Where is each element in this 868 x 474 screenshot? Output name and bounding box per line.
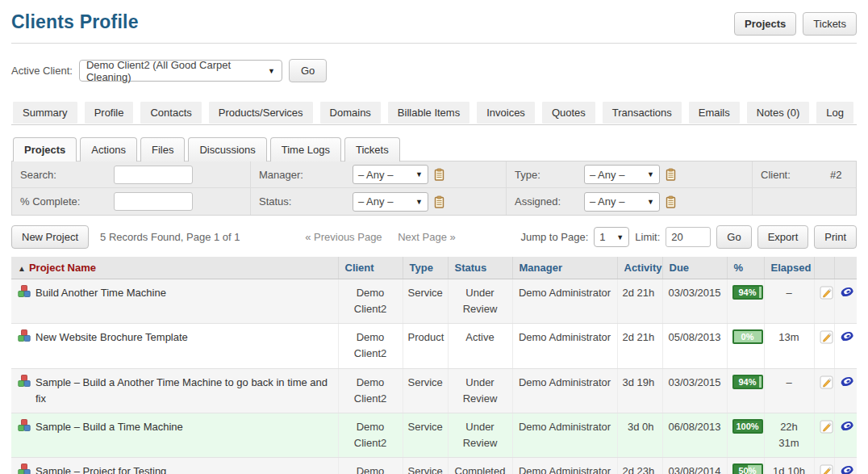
manager-cell: Demo Administrator (512, 279, 617, 324)
link-icon[interactable] (840, 464, 854, 474)
link-icon[interactable] (840, 375, 854, 388)
elapsed-cell: – (764, 279, 814, 324)
subtab-time-logs[interactable]: Time Logs (270, 137, 341, 161)
tab-log[interactable]: Log (816, 102, 853, 124)
column-header-client[interactable]: Client (338, 257, 403, 279)
subtab-tickets[interactable]: Tickets (344, 137, 400, 161)
top-bar: Clients Profile Projects Tickets (11, 0, 857, 36)
edit-icon[interactable] (820, 330, 833, 344)
assigned-select[interactable]: – Any – ▼ (584, 192, 660, 212)
status-label: Status: (259, 195, 353, 208)
column-header-manager[interactable]: Manager (512, 257, 617, 279)
chevron-down-icon: ▼ (647, 198, 654, 206)
pct-complete-label: % Complete: (20, 195, 114, 208)
tab-invoices[interactable]: Invoices (477, 102, 535, 124)
column-header-due[interactable]: Due (662, 257, 727, 279)
clients-profile-page: Clients Profile Projects Tickets Active … (0, 0, 868, 474)
progress-badge: 100% (732, 419, 763, 434)
pager: « Previous Page Next Page » (248, 231, 513, 243)
edit-icon[interactable] (820, 286, 833, 300)
tab-contacts[interactable]: Contacts (140, 102, 201, 124)
print-button[interactable]: Print (814, 225, 857, 249)
status-cell: Active (448, 324, 512, 368)
client-cell: Demo Client2 (338, 368, 403, 413)
tab-billable-items[interactable]: Billable Items (388, 102, 469, 124)
column-header-link (834, 257, 857, 279)
project-name: Sample – Project for Testing (35, 464, 166, 474)
type-select-value: – Any – (590, 169, 624, 181)
link-icon[interactable] (840, 420, 854, 432)
type-cell: Product (403, 324, 448, 368)
jump-to-page-label: Jump to Page: (520, 231, 588, 243)
projects-button[interactable]: Projects (734, 12, 796, 36)
filter-panel: Search: Manager: – Any – ▼ Type: – Any –… (11, 161, 857, 216)
new-project-button[interactable]: New Project (11, 225, 89, 249)
project-blocks-icon (18, 285, 31, 303)
project-name: Sample – Build a Time Machine (35, 419, 183, 435)
pct-complete-input[interactable] (114, 192, 193, 211)
edit-icon[interactable] (820, 464, 833, 474)
column-header-percent[interactable]: % (727, 257, 764, 279)
search-input[interactable] (114, 166, 193, 184)
jump-group: Jump to Page: 1 ▼ Limit: Go Export Print (520, 225, 857, 249)
tab-summary[interactable]: Summary (13, 102, 77, 124)
tab-products-services[interactable]: Products/Services (209, 102, 313, 124)
table-row: Sample – Build a Another Time Machine to… (11, 368, 857, 413)
status-select[interactable]: – Any – ▼ (353, 192, 428, 212)
next-page-link[interactable]: Next Page » (398, 231, 456, 243)
go-button[interactable]: Go (716, 225, 751, 249)
clipboard-icon[interactable] (433, 168, 445, 181)
activity-cell: 2d 21h (617, 324, 662, 368)
project-blocks-icon (18, 375, 31, 392)
chevron-down-icon: ▼ (647, 170, 654, 178)
subtab-projects[interactable]: Projects (13, 137, 77, 161)
link-icon[interactable] (840, 286, 854, 298)
column-header-project-name[interactable]: ▲Project Name (11, 257, 338, 279)
column-header-status[interactable]: Status (448, 257, 512, 279)
column-header-elapsed[interactable]: Elapsed (764, 257, 814, 279)
limit-input[interactable] (666, 227, 711, 247)
active-client-go-button[interactable]: Go (289, 59, 327, 82)
column-header-type[interactable]: Type (403, 257, 448, 279)
jump-to-page-select[interactable]: 1 ▼ (594, 227, 629, 247)
tickets-button[interactable]: Tickets (803, 12, 857, 36)
subtab-actions[interactable]: Actions (80, 137, 137, 161)
chevron-down-icon: ▼ (616, 233, 624, 241)
tab-transactions[interactable]: Transactions (603, 102, 682, 124)
clipboard-icon[interactable] (665, 168, 677, 181)
previous-page-link[interactable]: « Previous Page (305, 231, 382, 243)
due-cell: 05/08/2013 (662, 324, 727, 368)
export-button[interactable]: Export (757, 225, 809, 249)
tab-profile[interactable]: Profile (85, 102, 134, 124)
title-divider (11, 43, 857, 44)
client-id-value: #2 (830, 169, 841, 181)
subtab-discussions[interactable]: Discussions (188, 137, 266, 161)
edit-icon[interactable] (820, 375, 833, 389)
subtab-files[interactable]: Files (140, 137, 185, 161)
project-blocks-icon (18, 419, 31, 437)
tab-notes[interactable]: Notes (0) (747, 102, 809, 124)
filter-empty (753, 188, 856, 215)
activity-cell: 2d 23h (617, 458, 662, 474)
top-actions: Projects Tickets (734, 11, 857, 36)
type-select[interactable]: – Any – ▼ (584, 165, 660, 184)
manager-select[interactable]: – Any – ▼ (353, 165, 428, 184)
link-icon[interactable] (840, 330, 854, 342)
status-select-value: – Any – (358, 195, 393, 208)
progress-label: 94% (734, 287, 762, 298)
clipboard-icon[interactable] (433, 195, 445, 208)
tab-domains[interactable]: Domains (320, 102, 381, 124)
due-cell: 03/03/2015 (662, 279, 727, 324)
filter-assigned: Assigned: – Any – ▼ (507, 188, 753, 215)
tab-quotes[interactable]: Quotes (542, 102, 595, 124)
manager-cell: Demo Administrator (512, 368, 617, 413)
tab-emails[interactable]: Emails (689, 102, 740, 124)
progress-label: 50% (734, 465, 762, 474)
column-header-activity[interactable]: Activity (617, 257, 662, 279)
column-header-edit (814, 257, 834, 279)
clipboard-icon[interactable] (665, 195, 677, 208)
project-blocks-icon (18, 329, 31, 347)
active-client-select[interactable]: Demo Client2 (All Good Carpet Cleaning) … (79, 60, 282, 82)
filter-search: Search: (12, 161, 251, 188)
edit-icon[interactable] (820, 420, 833, 434)
